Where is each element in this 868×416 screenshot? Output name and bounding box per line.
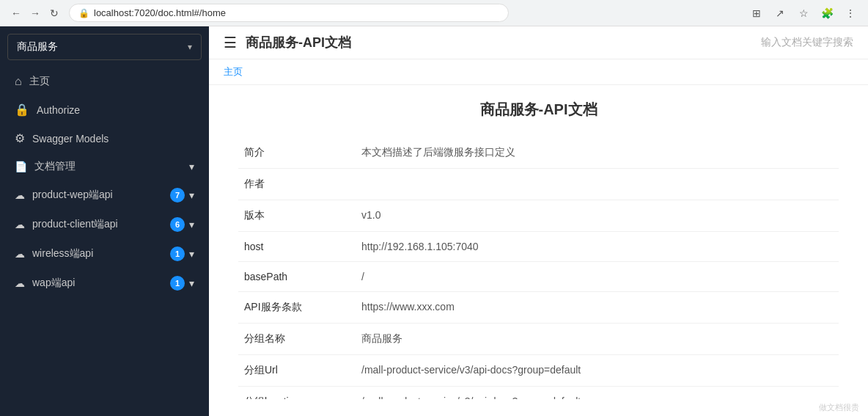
page-title: 商品服务-API文档: [238, 100, 839, 120]
row-value-basepath: /: [356, 262, 839, 292]
cloud-icon: ☁: [15, 189, 25, 201]
row-label-jianjie: 简介: [238, 137, 356, 169]
table-row: API服务条款 https://www.xxx.com: [238, 292, 839, 324]
sidebar-item-wireless[interactable]: ☁ wireless端api 1 ▾: [0, 239, 209, 269]
row-label-banben: 版本: [238, 200, 356, 232]
api-label-product-wep: product-wep端api: [32, 189, 113, 202]
bookmark-button[interactable]: ☆: [795, 4, 812, 22]
hamburger-icon[interactable]: ☰: [224, 34, 237, 51]
forward-button[interactable]: →: [28, 6, 43, 21]
row-value-zuozhe: [356, 169, 839, 200]
lock-icon: 🔒: [78, 8, 89, 18]
sidebar-authorize-label: Authorize: [37, 104, 80, 116]
sidebar-item-product-client[interactable]: ☁ product-client端api 6 ▾: [0, 210, 209, 239]
row-label-group-url: 分组Url: [238, 355, 356, 387]
row-value-group-url: /mall-product-service/v3/api-docs?group=…: [356, 355, 839, 387]
row-label-group-location: 分组location: [238, 387, 356, 400]
row-label-basepath: basePath: [238, 262, 356, 292]
sidebar-doc-label: 文档管理: [34, 160, 76, 173]
table-row: 分组location /mall-product-service/v3/api-…: [238, 387, 839, 400]
badge-wireless: 1: [170, 247, 185, 261]
api-item-left: ☁ wap端api: [15, 277, 75, 290]
breadcrumb: 主页: [209, 59, 868, 85]
table-row: basePath /: [238, 262, 839, 292]
chevron-down-icon: ▾: [188, 42, 192, 52]
header-title: 商品服务-API文档: [246, 34, 761, 51]
extension-button[interactable]: 🧩: [818, 4, 836, 22]
api-item-left: ☁ wireless端api: [15, 247, 93, 260]
chevron-down-icon: ▾: [189, 161, 194, 172]
row-label-api-terms: API服务条款: [238, 292, 356, 324]
row-value-host: http://192.168.1.105:7040: [356, 232, 839, 262]
gear-icon: ⚙: [15, 131, 25, 145]
watermark: 做文档很贵: [209, 399, 868, 416]
api-label-product-client: product-client端api: [32, 218, 118, 231]
api-item-right: 1 ▾: [170, 276, 194, 291]
row-value-group-name: 商品服务: [356, 324, 839, 355]
chevron-down-icon: ▾: [189, 189, 194, 201]
row-label-host: host: [238, 232, 356, 262]
menu-button[interactable]: ⋮: [842, 4, 859, 22]
table-row: 作者: [238, 169, 839, 200]
sidebar-home-label: 主页: [29, 75, 50, 88]
sidebar-item-doc-management[interactable]: 📄 文档管理 ▾: [0, 153, 209, 180]
row-label-zuozhe: 作者: [238, 169, 356, 200]
refresh-button[interactable]: ↻: [47, 6, 62, 21]
sidebar: 商品服务 ▾ ⌂ 主页 🔒 Authorize ⚙ Swagger Models…: [0, 26, 209, 416]
api-item-right: 1 ▾: [170, 247, 194, 261]
breadcrumb-home[interactable]: 主页: [224, 66, 243, 77]
sidebar-item-home[interactable]: ⌂ 主页: [0, 67, 209, 95]
table-row: 分组名称 商品服务: [238, 324, 839, 355]
row-value-jianjie: 本文档描述了后端微服务接口定义: [356, 137, 839, 169]
top-header: ☰ 商品服务-API文档 输入文档关键字搜索: [209, 26, 868, 59]
translate-button[interactable]: ⊞: [748, 4, 765, 22]
chevron-down-icon: ▾: [189, 277, 194, 289]
sidebar-item-wap[interactable]: ☁ wap端api 1 ▾: [0, 269, 209, 298]
lock-icon: 🔒: [15, 103, 29, 117]
api-item-left: ☁ product-wep端api: [15, 189, 113, 202]
sidebar-item-product-wep[interactable]: ☁ product-wep端api 7 ▾: [0, 180, 209, 210]
badge-product-client: 6: [170, 217, 185, 232]
badge-wap: 1: [170, 276, 185, 291]
api-label-wireless: wireless端api: [32, 247, 93, 260]
browser-chrome: ← → ↻ 🔒 localhost:7020/doc.html#/home ⊞ …: [0, 0, 868, 26]
header-search-placeholder[interactable]: 输入文档关键字搜索: [761, 36, 853, 49]
chevron-down-icon: ▾: [189, 219, 194, 230]
chevron-down-icon: ▾: [189, 248, 194, 260]
row-label-group-name: 分组名称: [238, 324, 356, 355]
url-text: localhost:7020/doc.html#/home: [94, 7, 226, 18]
row-value-api-terms: https://www.xxx.com: [356, 292, 839, 324]
section-left: 📄 文档管理: [15, 160, 76, 173]
doc-icon: 📄: [15, 161, 27, 172]
back-button[interactable]: ←: [9, 6, 23, 21]
table-row: 简介 本文档描述了后端微服务接口定义: [238, 137, 839, 169]
info-area: 商品服务-API文档 简介 本文档描述了后端微服务接口定义 作者 版本 v1.0…: [209, 85, 868, 399]
cloud-icon: ☁: [15, 248, 25, 260]
api-label-wap: wap端api: [32, 277, 75, 290]
api-item-left: ☁ product-client端api: [15, 218, 118, 231]
api-item-right: 7 ▾: [170, 188, 194, 202]
main-content: ☰ 商品服务-API文档 输入文档关键字搜索 主页 商品服务-API文档 简介 …: [209, 26, 868, 416]
sidebar-dropdown[interactable]: 商品服务 ▾: [7, 34, 202, 60]
app-container: 商品服务 ▾ ⌂ 主页 🔒 Authorize ⚙ Swagger Models…: [0, 26, 868, 416]
sidebar-item-authorize[interactable]: 🔒 Authorize: [0, 95, 209, 124]
table-row: 版本 v1.0: [238, 200, 839, 232]
home-icon: ⌂: [15, 75, 22, 88]
cloud-icon: ☁: [15, 219, 25, 230]
table-row: 分组Url /mall-product-service/v3/api-docs?…: [238, 355, 839, 387]
dropdown-label: 商品服务: [17, 40, 58, 54]
api-item-right: 6 ▾: [170, 217, 194, 232]
sidebar-swagger-label: Swagger Models: [32, 133, 108, 145]
browser-actions: ⊞ ↗ ☆ 🧩 ⋮: [748, 4, 859, 22]
info-table: 简介 本文档描述了后端微服务接口定义 作者 版本 v1.0 host http:…: [238, 137, 839, 399]
row-value-group-location: /mall-product-service/v3/api-docs?group=…: [356, 387, 839, 400]
badge-product-wep: 7: [170, 188, 185, 202]
address-bar[interactable]: 🔒 localhost:7020/doc.html#/home: [69, 4, 509, 22]
nav-buttons: ← → ↻: [9, 6, 62, 21]
row-value-banben: v1.0: [356, 200, 839, 232]
sidebar-item-swagger-models[interactable]: ⚙ Swagger Models: [0, 124, 209, 153]
share-button[interactable]: ↗: [771, 4, 789, 22]
table-row: host http://192.168.1.105:7040: [238, 232, 839, 262]
cloud-icon: ☁: [15, 277, 25, 289]
